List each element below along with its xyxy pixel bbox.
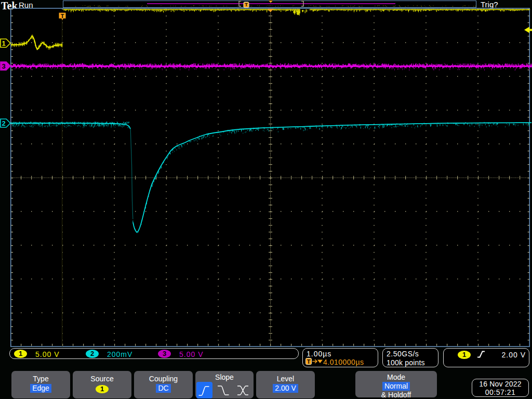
- svg-text:T: T: [307, 358, 311, 365]
- svg-text:T: T: [61, 13, 64, 19]
- svg-text:3: 3: [2, 62, 5, 70]
- svg-text:1: 1: [2, 39, 5, 47]
- svg-text:T: T: [245, 2, 248, 7]
- svg-text:2: 2: [2, 119, 5, 127]
